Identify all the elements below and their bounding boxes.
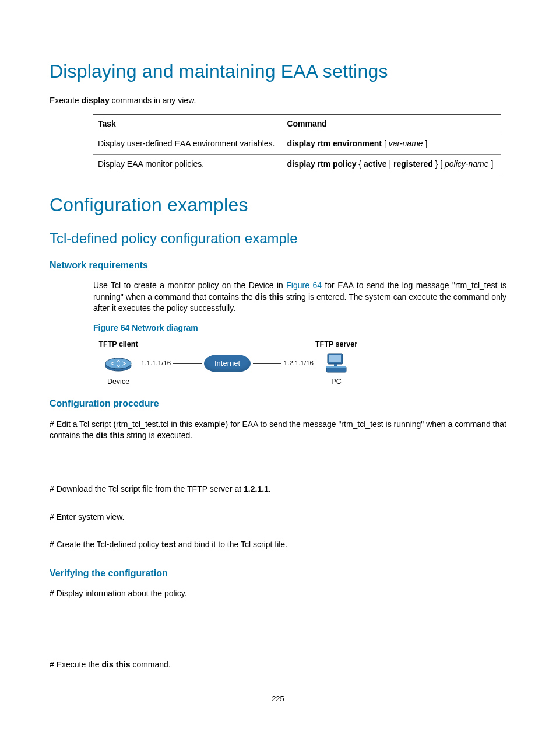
th-task: Task xyxy=(93,115,282,134)
cmd-text: { xyxy=(356,159,363,169)
intro-text: Execute display commands in any view. xyxy=(50,95,506,107)
network-diagram: TFTP client TFTP server 1.1.1.1/16 Inter… xyxy=(93,337,361,387)
diagram-ip: 1.2.1.1/16 xyxy=(284,358,314,368)
procedure-step: # Create the Tcl-defined policy test and… xyxy=(50,539,506,551)
svg-rect-3 xyxy=(329,355,341,362)
verify-step: # Execute the dis this command. xyxy=(50,659,506,671)
cmd-bold: display rtm environment xyxy=(287,139,382,148)
cmd-text: [ xyxy=(382,139,389,148)
pc-icon xyxy=(324,351,349,376)
text: command. xyxy=(131,660,171,669)
text-bold: dis this xyxy=(255,292,284,302)
cmd-bold: display rtm policy xyxy=(287,159,356,169)
text: # Create the Tcl-defined policy xyxy=(50,540,161,549)
svg-rect-6 xyxy=(334,364,337,366)
diagram-device-node: TFTP client xyxy=(93,340,143,351)
diagram-link xyxy=(173,363,202,364)
text: Execute xyxy=(50,96,81,105)
text: commands in any view. xyxy=(110,96,196,105)
heading-config-procedure: Configuration procedure xyxy=(50,397,506,410)
heading-verifying: Verifying the configuration xyxy=(50,567,506,580)
figure-link[interactable]: Figure 64 xyxy=(286,281,322,290)
text-bold: test xyxy=(161,540,176,549)
diagram-label: TFTP client xyxy=(98,340,138,350)
cmd-text: | xyxy=(387,159,393,169)
heading-tcl-policy-example: Tcl-defined policy configuration example xyxy=(50,229,506,249)
text-bold: dis this xyxy=(102,660,131,669)
text: . xyxy=(269,484,271,494)
heading-displaying-maintaining: Displaying and maintaining EAA settings xyxy=(50,58,506,85)
diagram-device-node xyxy=(93,354,143,373)
diagram-pc-node xyxy=(311,351,361,376)
text-bold: 1.2.1.1 xyxy=(244,484,269,494)
diagram-ip: 1.1.1.1/16 xyxy=(141,358,171,368)
procedure-step: # Enter system view. xyxy=(50,512,506,523)
diagram-device-node: Device xyxy=(93,376,143,387)
router-icon xyxy=(104,354,133,373)
diagram-pc-node: PC xyxy=(311,376,361,387)
diagram-link xyxy=(253,363,281,364)
text: string is executed. xyxy=(124,430,192,440)
cell-task: Display user-defined EAA environment var… xyxy=(93,134,282,154)
cmd-text: } [ xyxy=(433,159,445,169)
cmd-arg: policy-name xyxy=(445,159,488,169)
network-requirements-text: Use Tcl to create a monitor policy on th… xyxy=(93,280,506,314)
table-row: Display user-defined EAA environment var… xyxy=(93,134,501,154)
cloud-icon: Internet xyxy=(204,355,251,372)
svg-point-1 xyxy=(105,358,131,369)
text: # Execute the xyxy=(50,660,102,669)
procedure-step: # Edit a Tcl script (rtm_tcl_test.tcl in… xyxy=(50,419,506,442)
cell-task: Display EAA monitor policies. xyxy=(93,154,282,174)
text: # Download the Tcl script file from the … xyxy=(50,484,244,494)
table-row: Display EAA monitor policies. display rt… xyxy=(93,154,501,174)
text-bold: display xyxy=(81,96,109,105)
text: Use Tcl to create a monitor policy on th… xyxy=(93,281,286,290)
figure-caption: Figure 64 Network diagram xyxy=(93,323,506,334)
svg-rect-5 xyxy=(326,366,346,368)
table-header-row: Task Command xyxy=(93,115,501,134)
procedure-step: # Download the Tcl script file from the … xyxy=(50,484,506,495)
text: and bind it to the Tcl script file. xyxy=(176,540,287,549)
cmd-text: ] xyxy=(489,159,494,169)
th-command: Command xyxy=(282,115,501,134)
diagram-label: PC xyxy=(331,377,341,387)
cell-command: display rtm environment [ var-name ] xyxy=(282,134,501,154)
heading-network-requirements: Network requirements xyxy=(50,259,506,272)
cmd-bold: active xyxy=(364,159,387,169)
diagram-label: TFTP server xyxy=(315,340,357,350)
page-number: 225 xyxy=(50,694,506,704)
cell-command: display rtm policy { active | registered… xyxy=(282,154,501,174)
verify-step: # Display information about the policy. xyxy=(50,588,506,600)
text-bold: dis this xyxy=(96,430,124,440)
cmd-bold: registered xyxy=(393,159,433,169)
heading-config-examples: Configuration examples xyxy=(50,192,506,218)
diagram-label: Device xyxy=(107,377,129,387)
diagram-pc-node: TFTP server xyxy=(311,340,361,351)
cmd-arg: var-name xyxy=(389,139,423,148)
command-table: Task Command Display user-defined EAA en… xyxy=(93,114,501,174)
cmd-text: ] xyxy=(423,139,428,148)
